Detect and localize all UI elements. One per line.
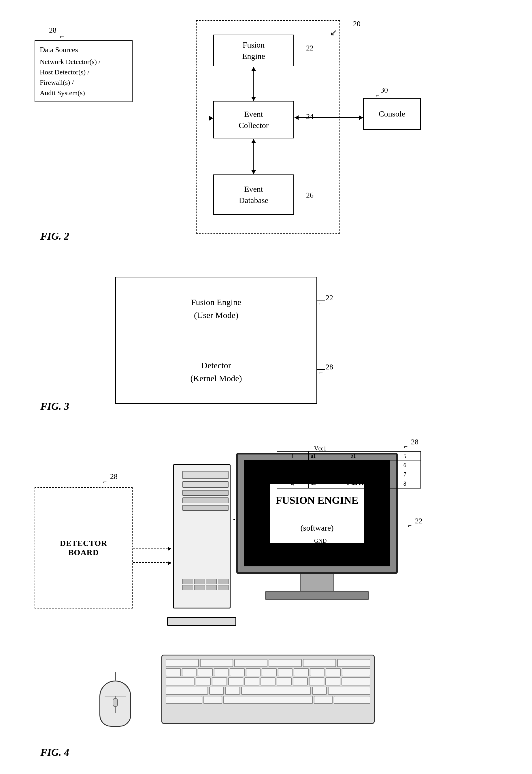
drive-slot-2 (182, 481, 229, 488)
chip-row1-right-label: b1 (348, 452, 389, 461)
drive-slot-4 (182, 498, 229, 503)
data-sources-line3: Firewall(s) / (40, 77, 127, 88)
keyboard-body (161, 655, 375, 724)
key-func-4 (269, 659, 302, 667)
tower-base (167, 617, 236, 626)
key-r3-1 (196, 677, 211, 686)
mouse-cord (115, 672, 116, 681)
chip-row3-right-num: 7 (389, 470, 421, 479)
ref28-fig3-line (317, 369, 325, 370)
key-r2-5 (230, 668, 245, 676)
computer-tower-fig4 (167, 464, 236, 626)
slot-5 (182, 585, 193, 590)
fig3-fusion-engine-area: Fusion Engine (User Mode) (116, 277, 316, 340)
chip-row2-left-num: 2 (277, 461, 309, 470)
fig3-kernel-mode-text: (Kernel Mode) (190, 373, 242, 383)
key-func-3 (234, 659, 267, 667)
ref-22-fig2: 22 (306, 44, 314, 52)
key-row-5 (166, 696, 370, 704)
fusion-engine-screen-label: FUSION ENGINE (276, 493, 358, 508)
chip-row4-right-num: 8 (389, 479, 421, 489)
key-row-4 (166, 687, 370, 695)
fig3-detector-text: Detector (201, 360, 231, 370)
event-database-box-fig2: EventDatabase (213, 174, 294, 215)
event-database-label-fig2: EventDatabase (239, 183, 269, 206)
data-sources-line4: Audit System(s) (40, 88, 127, 98)
key-enter (342, 677, 370, 686)
dashed-arrow-lower-fig4 (133, 562, 171, 563)
chip-row1-right-num: 5 (389, 452, 421, 461)
ref-26-fig2: 26 (306, 191, 314, 199)
ref-22-bracket-fig4: ⌐ (408, 522, 412, 530)
key-shift-r (328, 687, 370, 695)
fig4-section: DETECTORBOARD 28 ⌐ (17, 436, 525, 764)
arrow-20-fig2: ↙ (330, 27, 337, 37)
key-func-5 (303, 659, 336, 667)
ref-28-fig3: 28 (326, 363, 333, 371)
key-r3-6 (277, 677, 292, 686)
arrow-collector-console-fig2 (295, 117, 363, 118)
ref-28-bracket-fig2: ⌐ (60, 32, 65, 41)
mouse-scroll (113, 698, 118, 707)
chip-row-2: 2 a2 b2 6 (277, 461, 421, 470)
event-collector-box-fig2: EventCollector (213, 101, 294, 138)
key-alt-l (203, 696, 222, 704)
key-r2-2 (182, 668, 197, 676)
key-r4-3 (312, 687, 327, 695)
monitor-neck (300, 574, 334, 591)
mouse-body (99, 681, 131, 727)
chip-row-1: 1 a1 b1 5 (277, 452, 421, 461)
chip-vcc-label: Vcc1 (314, 445, 326, 452)
detector-board-label: DETECTORBOARD (35, 487, 133, 609)
slot-8 (218, 585, 229, 590)
key-space (241, 687, 311, 695)
slot-4 (218, 579, 229, 584)
fig2-section: 28 ⌐ Data Sources Network Detector(s) / … (17, 12, 525, 248)
ref-22-fig4: 22 (415, 517, 422, 526)
key-row-1 (166, 659, 370, 667)
fig3-user-mode-text: (User Mode) (194, 310, 238, 320)
fig3-section: Fusion Engine (User Mode) Detector (Kern… (17, 259, 525, 421)
key-r3-8 (309, 677, 324, 686)
fig3-fusion-engine-label: Fusion Engine (User Mode) (191, 295, 241, 321)
monitor-stand (265, 591, 369, 600)
key-r2-1 (166, 668, 181, 676)
tower-body (173, 464, 231, 609)
key-r3-5 (261, 677, 276, 686)
dashed-arrow-upper-fig4 (133, 548, 171, 549)
key-alt-r (314, 696, 333, 704)
ref-28-chip-bracket-fig4: ⌐ (404, 443, 408, 451)
key-r2-10 (310, 668, 325, 676)
key-r2-11 (326, 668, 341, 676)
key-r2-9 (294, 668, 309, 676)
key-r3-4 (244, 677, 259, 686)
fig3-detector-area: Detector (Kernel Mode) (116, 340, 316, 403)
console-label-fig2: Console (379, 109, 405, 118)
chip-row2-right-num: 6 (389, 461, 421, 470)
key-r2-6 (246, 668, 261, 676)
key-backspace (342, 668, 370, 676)
ref-28-board-bracket-fig4: ⌐ (103, 478, 107, 486)
data-sources-title: Data Sources (40, 44, 127, 55)
key-ctrl-r (334, 696, 370, 704)
chip-gnd-label: GND (314, 538, 327, 544)
fig3-detector-label: Detector (Kernel Mode) (190, 359, 242, 385)
fig2-label: FIG. 2 (40, 230, 69, 242)
ref-22-fig3: 22 (326, 293, 333, 302)
ref-30-fig2: 30 (380, 86, 388, 95)
key-r2-8 (278, 668, 293, 676)
ref-28-chip-fig4: 28 (411, 438, 418, 447)
fig4-label: FIG. 4 (40, 746, 69, 758)
chip-row2-left-label: a2 (308, 461, 348, 470)
fig3-main-box: Fusion Engine (User Mode) Detector (Kern… (115, 277, 317, 404)
detector-chip-label: DETECTORCHIP (334, 470, 378, 487)
key-r4-2 (225, 687, 240, 695)
slot-1 (182, 579, 193, 584)
data-sources-line2: Host Detector(s) / (40, 67, 127, 77)
key-func-1 (166, 659, 199, 667)
ref-24-fig2: 24 (306, 112, 314, 121)
arrow-fusion-collector-fig2 (253, 67, 254, 101)
ref-28-board-fig4: 28 (110, 472, 118, 481)
key-r4-1 (209, 687, 224, 695)
chip-row1-left-label: a1 (308, 452, 348, 461)
